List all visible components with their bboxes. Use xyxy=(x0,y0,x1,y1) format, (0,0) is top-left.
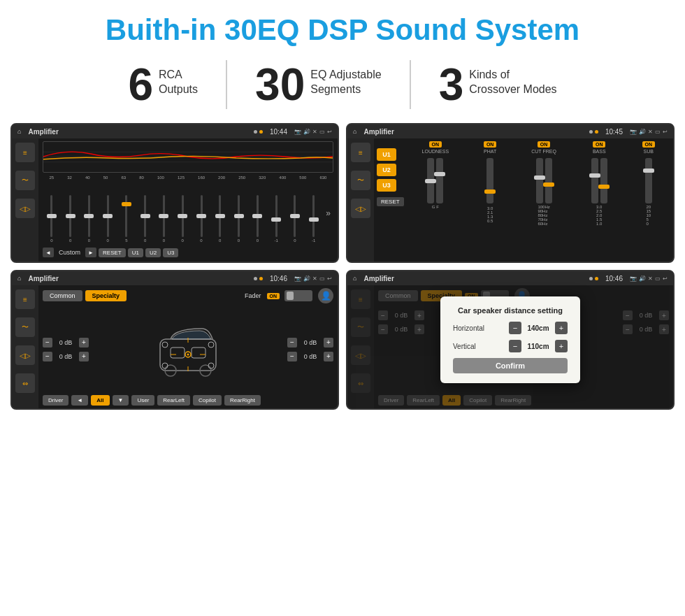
loudness-on[interactable]: ON xyxy=(429,141,442,148)
reset-btn[interactable]: RESET xyxy=(99,248,126,257)
home-icon-1[interactable]: ⌂ xyxy=(17,128,21,135)
svg-rect-7 xyxy=(192,348,206,358)
vertical-minus-btn[interactable]: − xyxy=(509,340,521,352)
sidebar-vol-btn-3[interactable]: ◁▷ xyxy=(15,345,35,365)
sidebar-wave-btn-3[interactable]: 〜 xyxy=(15,317,35,337)
eq-slider-12: -1 xyxy=(270,195,282,243)
phat-slider-1[interactable] xyxy=(486,158,493,203)
preset-u1[interactable]: U1 xyxy=(377,148,396,161)
sidebar-wave-btn[interactable]: 〜 xyxy=(15,171,35,190)
sidebar-eq-btn-2[interactable]: ≡ xyxy=(351,143,370,162)
screen2-time: 10:45 xyxy=(605,128,623,136)
bass-on[interactable]: ON xyxy=(593,141,606,148)
eq-next-btn[interactable]: ► xyxy=(85,248,96,257)
sidebar-vol-btn-2[interactable]: ◁▷ xyxy=(351,199,370,218)
horizontal-plus-btn[interactable]: + xyxy=(555,322,568,334)
stat-crossover-line1: Kinds of xyxy=(469,68,556,83)
dot-6 xyxy=(259,277,263,280)
x-icon-1: ✕ xyxy=(312,129,317,135)
car-svg xyxy=(150,318,226,381)
eq-main: 2532 4050 6380 100125 160200 250320 4005… xyxy=(38,138,338,262)
dialog-vertical-row: Vertical − 110cm + xyxy=(453,340,568,352)
db-plus-2[interactable]: + xyxy=(79,352,89,361)
driver-btn[interactable]: Driver xyxy=(43,395,68,406)
screens-grid: ⌂ Amplifier 10:44 📷 🔊 ✕ ▭ ↩ ≡ 〜 ◁▷ xyxy=(0,120,685,417)
db-plus-1[interactable]: + xyxy=(79,338,89,348)
eq-slider-1: 0 xyxy=(64,195,77,243)
cutfreq-slider-2[interactable] xyxy=(545,158,552,203)
volume-icon-3: 🔊 xyxy=(303,275,310,282)
fader-slider-track[interactable] xyxy=(284,290,312,301)
stat-eq-line2: Segments xyxy=(310,83,381,97)
cutfreq-on[interactable]: ON xyxy=(538,141,551,148)
sub-on[interactable]: ON xyxy=(642,141,656,148)
stat-rca-line2: Outputs xyxy=(159,83,198,97)
vertical-plus-btn[interactable]: + xyxy=(555,340,568,352)
back-icon-3[interactable]: ↩ xyxy=(327,275,332,282)
db-row-4: − 0 dB + xyxy=(287,352,333,361)
db-plus-3[interactable]: + xyxy=(324,338,333,348)
back-icon-1[interactable]: ↩ xyxy=(327,129,332,135)
expand-icon[interactable]: » xyxy=(326,208,331,218)
eq-slider-3: 0 xyxy=(101,195,114,243)
sub-label: SUB xyxy=(644,149,654,154)
phat-label: PHAT xyxy=(484,149,496,154)
db-minus-1[interactable]: − xyxy=(43,338,52,348)
screen-amp2: ⌂ Amplifier 10:45 📷 🔊 ✕ ▭ ↩ ≡ 〜 ◁▷ xyxy=(346,123,675,263)
eq-prev-btn[interactable]: ◄ xyxy=(43,248,54,257)
u2-btn[interactable]: U2 xyxy=(145,248,161,257)
preset-u3[interactable]: U3 xyxy=(377,179,396,192)
sidebar-wave-btn-2[interactable]: 〜 xyxy=(351,171,370,190)
eq-graph xyxy=(43,141,333,173)
u1-btn[interactable]: U1 xyxy=(128,248,143,257)
sidebar-vol-btn[interactable]: ◁▷ xyxy=(15,199,35,218)
all-btn[interactable]: All xyxy=(91,395,109,406)
sidebar-arrows-btn-3[interactable]: ⇔ xyxy=(15,373,35,393)
arrow-down-btn[interactable]: ▼ xyxy=(113,395,129,406)
stat-crossover-number: 3 xyxy=(439,62,464,107)
arrow-down-wrap: ▼ xyxy=(113,395,129,406)
amp2-reset-btn[interactable]: RESET xyxy=(377,197,404,206)
db-plus-4[interactable]: + xyxy=(324,352,333,361)
eq-slider-7: 0 xyxy=(176,195,189,243)
bass-slider-1[interactable] xyxy=(591,158,598,203)
stat-eq-line1: EQ Adjustable xyxy=(310,68,381,83)
common-tab[interactable]: Common xyxy=(43,290,82,301)
stat-eq-number: 30 xyxy=(255,62,305,107)
user-btn[interactable]: User xyxy=(131,395,154,406)
amp2-presets: U1 U2 U3 RESET xyxy=(377,141,404,259)
eq-bottom-bar: ◄ Custom ► RESET U1 U2 U3 xyxy=(43,246,333,259)
confirm-button[interactable]: Confirm xyxy=(453,358,568,373)
arrow-left-btn[interactable]: ◄ xyxy=(71,395,88,406)
horizontal-minus-btn[interactable]: − xyxy=(509,322,521,334)
screen-fader: ⌂ Amplifier 10:46 📷 🔊 ✕ ▭ ↩ ≡ 〜 ◁▷ ⇔ xyxy=(10,270,339,410)
bass-slider-2[interactable] xyxy=(600,158,607,203)
sidebar-eq-btn-3[interactable]: ≡ xyxy=(15,289,35,309)
control-loudness: ON LOUDNESS GF xyxy=(422,141,449,209)
specialty-tab[interactable]: Specialty xyxy=(85,290,127,301)
back-icon-2[interactable]: ↩ xyxy=(663,129,668,135)
preset-u2[interactable]: U2 xyxy=(377,164,396,176)
phat-on[interactable]: ON xyxy=(484,141,497,148)
copilot-btn[interactable]: Copilot xyxy=(193,395,222,406)
sidebar-eq-btn[interactable]: ≡ xyxy=(15,143,35,162)
db-minus-2[interactable]: − xyxy=(43,352,52,361)
cutfreq-slider-1[interactable] xyxy=(536,158,543,203)
sub-slider-1[interactable] xyxy=(645,158,652,203)
loudness-slider-2[interactable] xyxy=(436,158,443,203)
fader-slider-thumb[interactable] xyxy=(287,292,294,300)
db-minus-3[interactable]: − xyxy=(287,338,297,348)
db-value-2: 0 dB xyxy=(55,353,76,360)
home-icon-2[interactable]: ⌂ xyxy=(353,128,356,135)
loudness-slider-1[interactable] xyxy=(427,158,434,203)
u3-btn[interactable]: U3 xyxy=(163,248,178,257)
volume-icon-1: 🔊 xyxy=(303,129,310,135)
vertical-stepper: − 110cm + xyxy=(509,340,568,352)
home-icon-3[interactable]: ⌂ xyxy=(17,275,21,282)
rearright-btn-3[interactable]: RearRight xyxy=(224,395,261,406)
stat-eq: 30 EQ Adjustable Segments xyxy=(227,62,410,107)
fader-on-badge[interactable]: ON xyxy=(267,293,280,299)
eq-slider-10: 0 xyxy=(233,195,245,243)
rearleft-btn-3[interactable]: RearLeft xyxy=(157,395,190,406)
db-minus-4[interactable]: − xyxy=(287,352,297,361)
